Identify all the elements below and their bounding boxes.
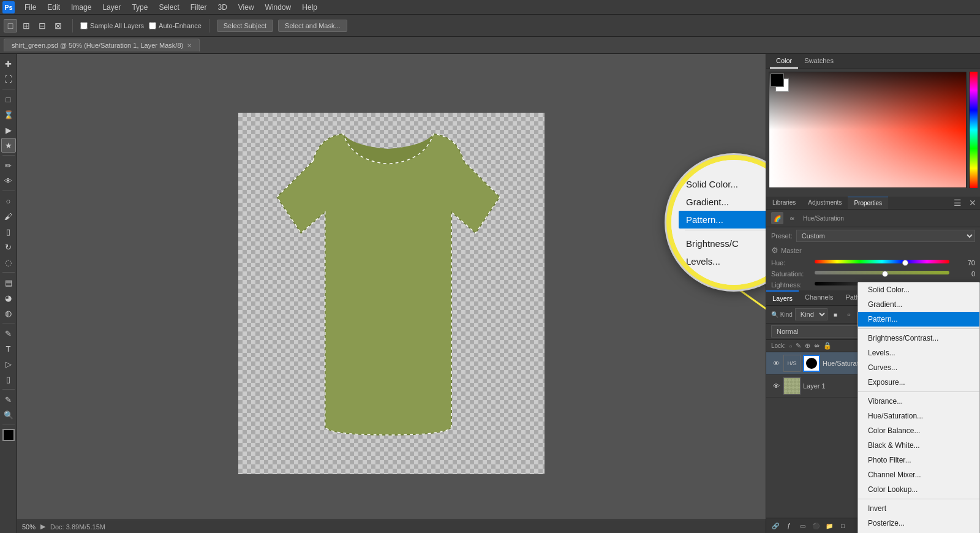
marquee-intersect-icon[interactable]: ⊠	[51, 19, 65, 32]
history-brush-icon[interactable]: ↻	[1, 240, 16, 254]
brush-tool-icon[interactable]: 🖌	[1, 209, 16, 224]
new-adj-layer-icon[interactable]: ⚫	[810, 520, 821, 531]
mag-solid-color[interactable]: Solid Color...	[679, 175, 766, 193]
magic-wand-icon[interactable]: ★	[1, 138, 16, 153]
dd-exposure[interactable]: Exposure...	[858, 375, 979, 390]
dd-gradient[interactable]: Gradient...	[858, 297, 979, 312]
foreground-color-swatch[interactable]	[2, 429, 15, 441]
new-layer-icon[interactable]: □	[837, 520, 848, 531]
lasso-tool-icon[interactable]: ⌛	[1, 107, 16, 122]
dd-invert[interactable]: Invert	[858, 501, 979, 516]
menu-select[interactable]: Select	[154, 2, 184, 13]
dd-solid-color[interactable]: Solid Color...	[858, 282, 979, 297]
marquee-add-icon[interactable]: ⊞	[20, 19, 33, 32]
select-subject-button[interactable]: Select Subject	[217, 20, 273, 32]
swatches-tab[interactable]: Swatches	[798, 54, 840, 69]
auto-enhance-checkbox[interactable]	[149, 22, 156, 29]
prop-panel-close[interactable]: ✕	[965, 197, 980, 209]
marquee-tool-icon[interactable]: □	[1, 92, 16, 107]
color-tab[interactable]: Color	[770, 54, 798, 69]
menu-3d[interactable]: 3D	[213, 2, 232, 13]
dd-levels[interactable]: Levels...	[858, 346, 979, 360]
add-fx-icon[interactable]: ƒ	[783, 520, 794, 531]
artboard-tool-icon[interactable]: ⛶	[1, 72, 16, 86]
mag-gradient[interactable]: Gradient...	[679, 193, 766, 211]
kind-select[interactable]: Kind	[795, 308, 827, 320]
blur-tool-icon[interactable]: ◕	[1, 290, 16, 305]
lock-move-icon[interactable]: ⇎	[814, 342, 820, 350]
layer-vis-layer1[interactable]: 👁	[771, 382, 781, 390]
prop-panel-menu[interactable]: ☰	[950, 197, 965, 209]
menu-file[interactable]: File	[20, 2, 41, 13]
sample-all-layers-checkbox[interactable]	[80, 22, 88, 29]
hue-sat-icon[interactable]: 🌈	[771, 212, 783, 224]
libraries-tab[interactable]: Libraries	[766, 197, 802, 209]
eyedropper-icon[interactable]: 👁	[1, 173, 16, 188]
dd-color-balance[interactable]: Color Balance...	[858, 423, 979, 438]
dd-threshold[interactable]: Threshold...	[858, 531, 979, 533]
zoom-tool-icon[interactable]: 🔍	[1, 407, 16, 422]
menu-help[interactable]: Help	[297, 2, 322, 13]
mag-brightness[interactable]: Brightness/C	[679, 235, 766, 252]
doc-tab[interactable]: shirt_green.psd @ 50% (Hue/Saturation 1,…	[4, 39, 200, 51]
shape-tool-icon[interactable]: ▯	[1, 372, 16, 387]
dd-pattern[interactable]: Pattern...	[858, 312, 979, 327]
menu-type[interactable]: Type	[127, 2, 153, 13]
add-link-icon[interactable]: 🔗	[770, 520, 781, 531]
mag-levels[interactable]: Levels...	[679, 252, 766, 270]
menu-edit[interactable]: Edit	[42, 2, 65, 13]
status-triangle[interactable]: ▶	[40, 523, 45, 531]
lock-artboard-icon[interactable]: ⊕	[805, 342, 810, 350]
dd-photo-filter[interactable]: Photo Filter...	[858, 453, 979, 467]
auto-enhance-label: Auto-Enhance	[159, 22, 202, 29]
lock-paint-icon[interactable]: ✎	[796, 342, 801, 350]
menu-image[interactable]: Image	[66, 2, 96, 13]
type-tool-icon[interactable]: T	[1, 341, 16, 356]
layer-mask-thumb	[806, 358, 817, 369]
preset-select[interactable]: Custom	[796, 230, 975, 242]
channels-tab[interactable]: Channels	[799, 290, 839, 305]
new-group-icon[interactable]: 📁	[824, 520, 835, 531]
healing-brush-icon[interactable]: ○	[1, 194, 16, 208]
filter-adj-icon[interactable]: ○	[843, 309, 854, 320]
select-and-mask-button[interactable]: Select and Mask...	[278, 20, 347, 32]
curves-icon[interactable]: ≃	[786, 212, 798, 224]
pen-tool-icon[interactable]: ✎	[1, 326, 16, 341]
marquee-subtract-icon[interactable]: ⊟	[36, 19, 49, 32]
filter-pixel-icon[interactable]: ■	[830, 309, 841, 320]
dd-black-white[interactable]: Black & White...	[858, 438, 979, 453]
layers-tab[interactable]: Layers	[766, 290, 799, 305]
fg-color-box[interactable]	[771, 74, 784, 87]
dodge-tool-icon[interactable]: ◍	[1, 306, 16, 320]
dd-channel-mixer[interactable]: Channel Mixer...	[858, 467, 979, 482]
path-select-icon[interactable]: ▷	[1, 357, 16, 371]
menu-view[interactable]: View	[233, 2, 259, 13]
dd-hue-saturation[interactable]: Hue/Saturation...	[858, 409, 979, 423]
move-tool-icon[interactable]: ✚	[1, 56, 16, 71]
hand-tool-icon[interactable]: ✎	[1, 392, 16, 407]
lock-transparency-icon[interactable]: ▫	[790, 342, 792, 350]
eraser-tool-icon[interactable]: ◌	[1, 255, 16, 270]
stamp-tool-icon[interactable]: ▯	[1, 224, 16, 239]
dd-color-lookup[interactable]: Color Lookup...	[858, 482, 979, 497]
properties-tab[interactable]: Properties	[848, 197, 888, 209]
crop-tool-icon[interactable]: ✏	[1, 158, 16, 173]
color-gradient[interactable]	[769, 72, 967, 188]
menu-window[interactable]: Window	[260, 2, 296, 13]
dd-posterize[interactable]: Posterize...	[858, 516, 979, 531]
dd-curves[interactable]: Curves...	[858, 360, 979, 375]
menu-filter[interactable]: Filter	[186, 2, 212, 13]
color-spectrum-strip[interactable]	[969, 72, 978, 188]
menu-layer[interactable]: Layer	[97, 2, 126, 13]
marquee-new-icon[interactable]: □	[4, 19, 17, 32]
gradient-tool-icon[interactable]: ▤	[1, 275, 16, 290]
dd-vibrance[interactable]: Vibrance...	[858, 394, 979, 409]
object-select-icon[interactable]: ▶	[1, 123, 16, 137]
lock-all-icon[interactable]: 🔒	[823, 342, 832, 350]
mag-pattern[interactable]: Pattern...	[679, 211, 766, 229]
adjustments-tab[interactable]: Adjustments	[802, 197, 848, 209]
add-mask-icon[interactable]: ▭	[797, 520, 808, 531]
layer-vis-hue-sat[interactable]: 👁	[771, 360, 781, 367]
dd-brightness-contrast[interactable]: Brightness/Contrast...	[858, 331, 979, 346]
doc-tab-close[interactable]: ✕	[187, 42, 192, 49]
